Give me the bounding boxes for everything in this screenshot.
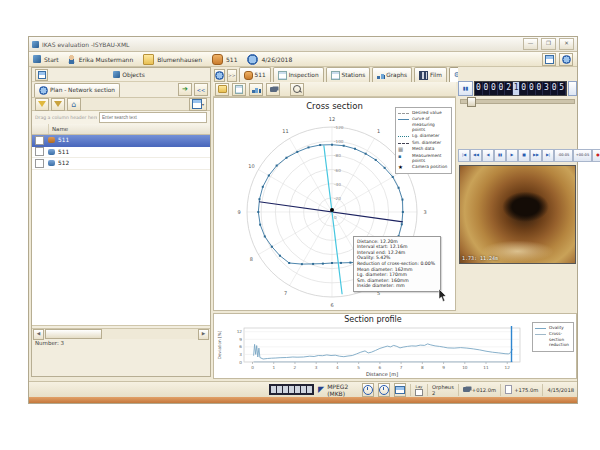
object-count: Number: 3 xyxy=(35,340,64,350)
pipe-icon xyxy=(48,137,55,143)
legend-label: Sm. diameter xyxy=(412,140,441,145)
camera-position-readout: +012.0m xyxy=(458,384,496,396)
svg-text:0: 0 xyxy=(239,360,242,365)
panels-icon[interactable] xyxy=(542,53,556,66)
info-line: Reduction of cross-section: 0.00% xyxy=(357,261,437,267)
gauge-icon-1[interactable] xyxy=(362,383,374,397)
svg-text:10: 10 xyxy=(462,365,468,370)
slider-thumb[interactable] xyxy=(467,97,476,107)
playback-button-2[interactable]: ◀ xyxy=(482,149,494,162)
svg-text:9: 9 xyxy=(239,337,242,342)
legend-entry: curve of measuring points xyxy=(398,116,449,132)
grid-swatch-icon: ▦ xyxy=(398,147,409,152)
help-icon[interactable] xyxy=(559,53,573,66)
tab-stations[interactable]: Stations xyxy=(326,67,371,82)
legend-entry: ▪Measurement points xyxy=(398,153,449,164)
camera-icon[interactable] xyxy=(266,83,280,96)
playback-button-3[interactable]: ▮▮ xyxy=(494,149,506,162)
screenshot-canvas: IKAS evaluation -ISYBAU-XML — ❐ ✕ Start … xyxy=(0,0,600,450)
counter-digit: 0 xyxy=(528,82,536,95)
film-frame xyxy=(307,386,312,393)
playback-button-0[interactable]: |◀ xyxy=(458,149,470,162)
print-icon[interactable] xyxy=(232,83,246,96)
counter-digit: 0 xyxy=(520,82,528,95)
lay-checkbox[interactable] xyxy=(415,389,423,396)
image-icon[interactable] xyxy=(249,83,263,96)
ribbon-item-4-26-2018[interactable]: 4/26/2018 xyxy=(247,54,292,65)
playback-button-6[interactable]: ▶▶ xyxy=(530,149,542,162)
ribbon-item-label: 4/26/2018 xyxy=(261,56,292,63)
filter-edit-icon[interactable] xyxy=(51,98,65,111)
gauge-icon-2[interactable] xyxy=(378,383,390,397)
search-input[interactable] xyxy=(99,112,207,123)
collapse-panel-button[interactable]: << xyxy=(194,83,208,96)
start-menu-button[interactable]: Start xyxy=(33,55,59,63)
step-label-button[interactable]: -00:05 xyxy=(554,149,573,162)
ribbon-item-erika-mustermann[interactable]: Erika Mustermann xyxy=(67,54,134,65)
camera-video-frame[interactable]: 1.73: 11.24m xyxy=(459,165,576,264)
playback-button-4[interactable]: ▶ xyxy=(506,149,518,162)
counter-digit: 5 xyxy=(558,82,566,95)
tab-plan-network-section[interactable]: Plan - Network section xyxy=(34,83,120,97)
ribbon-item-blumenhausen[interactable]: Blumenhausen xyxy=(143,54,202,65)
zoom-icon[interactable] xyxy=(290,83,304,96)
counter-digit: 3 xyxy=(543,82,551,95)
horizontal-scrollbar[interactable]: ◀ ▶ xyxy=(32,328,210,339)
objects-menu-button[interactable] xyxy=(35,69,48,81)
pipe-position-readout: +175.0m xyxy=(500,384,538,396)
tab-overflow-button[interactable]: >> xyxy=(227,69,237,82)
svg-text:1: 1 xyxy=(377,128,380,134)
lay-toggle[interactable]: Lay xyxy=(410,384,423,396)
film-strip-icon[interactable] xyxy=(269,384,314,395)
scroll-left-icon[interactable]: ◀ xyxy=(33,329,44,340)
tab-film[interactable]: Film xyxy=(414,67,447,82)
save-icon[interactable] xyxy=(215,83,229,96)
view-mode-button[interactable]: ▾ xyxy=(189,98,207,111)
info-line: Inside diameter: mm xyxy=(357,283,437,289)
nav-icon[interactable] xyxy=(214,69,225,82)
stations-icon xyxy=(331,71,340,80)
filter-icon[interactable] xyxy=(35,98,49,111)
monitor-icon[interactable] xyxy=(394,383,406,397)
maximize-button[interactable]: ❐ xyxy=(541,38,556,50)
table-row[interactable]: 511 xyxy=(32,147,210,159)
table-row[interactable]: 511 xyxy=(32,135,210,147)
playback-button-1[interactable]: ◀◀ xyxy=(470,149,482,162)
tabs: 511InspectionStationsGraphsFilm⚙Profile … xyxy=(239,67,492,82)
ribbon-item-511[interactable]: 511 xyxy=(212,54,237,65)
tab-511[interactable]: 511 xyxy=(239,67,271,82)
tab-inspection[interactable]: Inspection xyxy=(273,67,324,82)
line-blue-swatch-icon xyxy=(398,117,409,122)
row-checkbox[interactable] xyxy=(35,136,44,145)
step-label-button[interactable]: +00:05 xyxy=(573,149,592,162)
legend-label: Desired value xyxy=(412,110,442,115)
table-row[interactable]: 512 xyxy=(32,158,210,170)
playback-button-5[interactable]: ■ xyxy=(518,149,530,162)
counter-end-button[interactable] xyxy=(568,81,577,96)
pipe-icon xyxy=(212,54,223,65)
video-seek-slider[interactable] xyxy=(460,99,575,104)
scroll-right-icon[interactable]: ▶ xyxy=(198,329,209,340)
green-arrow-icon: ➔ xyxy=(182,85,188,94)
scrollbar-thumb[interactable] xyxy=(45,329,102,339)
minimize-button[interactable]: — xyxy=(523,38,538,50)
list-column-header[interactable]: Name xyxy=(32,124,210,135)
home-icon[interactable]: ⌂ xyxy=(67,98,81,111)
playback-button-7[interactable]: ▶| xyxy=(542,149,554,162)
section-profile-legend: OvalityCross-section reduction xyxy=(532,322,574,352)
film-frame xyxy=(301,386,306,393)
section-profile-chart[interactable]: 0369120123456789101112Distance [m]Deviat… xyxy=(214,324,532,378)
go-button[interactable]: ➔ xyxy=(178,83,192,96)
row-checkbox[interactable] xyxy=(35,159,44,168)
record-button[interactable]: ● xyxy=(592,149,600,162)
close-button[interactable]: ✕ xyxy=(559,38,574,50)
measurement-info-box: Distance: 12.20mInterval start: 12.16mIn… xyxy=(353,236,441,292)
objects-panel-header: Objects xyxy=(32,68,210,82)
legend-label: Ovality xyxy=(549,325,564,330)
svg-text:9: 9 xyxy=(237,209,240,215)
window-title: IKAS evaluation -ISYBAU-XML xyxy=(42,41,520,48)
pause-icon[interactable]: ▮▮ xyxy=(458,81,473,96)
row-checkbox[interactable] xyxy=(35,147,44,156)
tab-graphs[interactable]: Graphs xyxy=(372,67,412,82)
svg-text:3: 3 xyxy=(239,352,242,357)
